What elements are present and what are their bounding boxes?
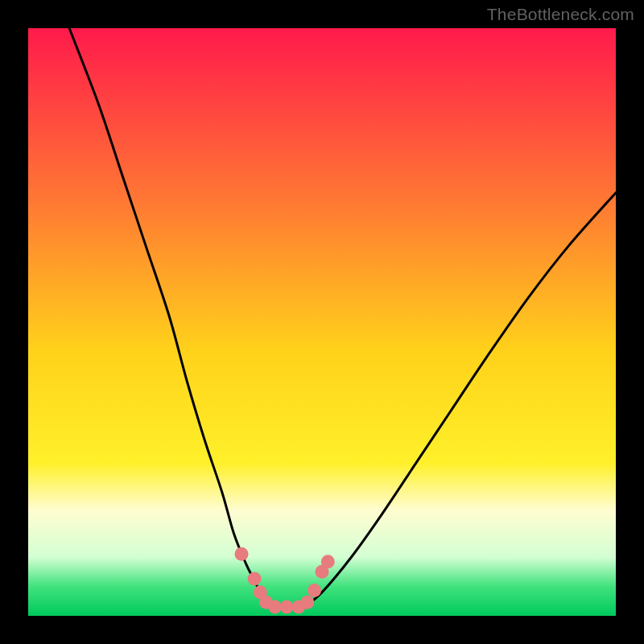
data-marker [308, 584, 321, 597]
bottleneck-chart [0, 0, 644, 644]
chart-stage: TheBottleneck.com [0, 0, 644, 644]
data-marker [248, 572, 262, 586]
data-marker [280, 601, 294, 614]
watermark-text: TheBottleneck.com [487, 5, 634, 24]
data-marker [300, 596, 314, 609]
data-marker [268, 601, 282, 614]
data-marker [234, 547, 248, 561]
gradient-background [28, 28, 616, 616]
data-marker [321, 555, 335, 568]
